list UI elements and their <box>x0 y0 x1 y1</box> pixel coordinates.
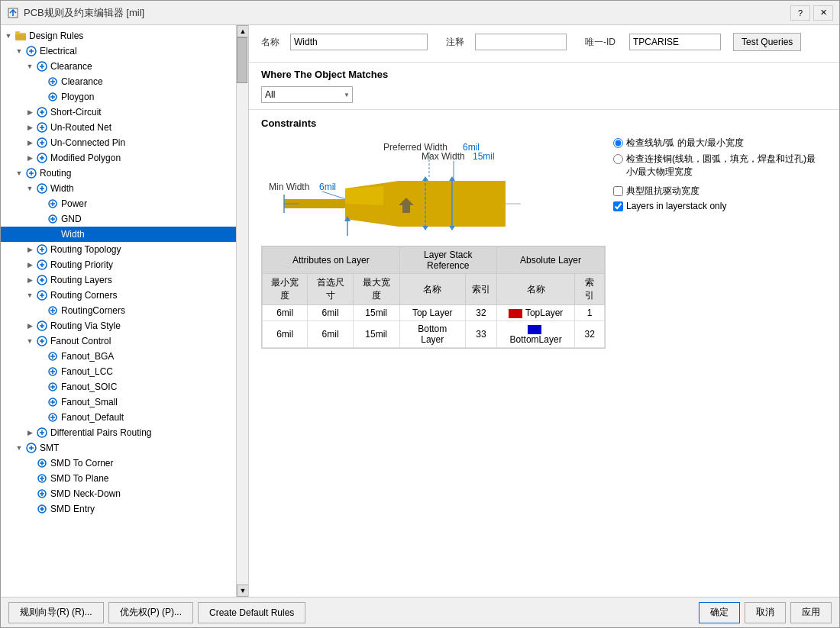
expand-btn-design-rules[interactable]: ▼ <box>4 31 13 40</box>
expand-btn-smt[interactable]: ▼ <box>15 443 24 452</box>
where-dropdown-wrapper[interactable]: All Net Net Class Layer <box>261 86 353 103</box>
expand-btn-clearance-item <box>36 77 45 86</box>
tree-item-routing[interactable]: ▼Routing <box>1 166 236 181</box>
expand-btn-routing-corners[interactable]: ▼ <box>25 291 34 300</box>
tree-item-design-rules[interactable]: ▼Design Rules <box>1 28 236 43</box>
tree-label-smd-entry: SMD Entry <box>50 504 95 514</box>
tree-item-routing-layers[interactable]: ▶Routing Layers <box>1 272 236 288</box>
tree-item-smt[interactable]: ▼SMT <box>1 440 236 456</box>
radio-label-2: 检查连接铜(线轨，圆弧，填充，焊盘和过孔)最小/最大物理宽度 <box>626 153 827 179</box>
checkbox-impedance-input[interactable] <box>613 186 623 196</box>
tree-item-smd-corner[interactable]: SMD To Corner <box>1 456 236 471</box>
tree-item-power[interactable]: Power <box>1 196 236 211</box>
tree-item-routing-priority[interactable]: ▶Routing Priority <box>1 257 236 272</box>
expand-btn-routing-via-style[interactable]: ▶ <box>25 321 34 330</box>
tree-item-un-routed-net[interactable]: ▶Un-Routed Net <box>1 120 236 135</box>
tree-label-smd-corner: SMD To Corner <box>50 458 113 469</box>
expand-btn-un-routed-net[interactable]: ▶ <box>25 123 34 132</box>
tree-item-smd-entry[interactable]: SMD Entry <box>1 501 236 517</box>
rule-wizard-button[interactable]: 规则向导(R) (R)... <box>8 602 104 623</box>
tree-icon-fanout-soic <box>47 381 59 393</box>
tree-item-fanout-bga[interactable]: Fanout_BGA <box>1 349 236 364</box>
expand-btn-routing-topology[interactable]: ▶ <box>25 245 34 254</box>
table-row-1[interactable]: 6mil6mil15milBottom Layer33BottomLayer32 <box>263 321 605 348</box>
radio-option-2[interactable]: 检查连接铜(线轨，圆弧，填充，焊盘和过孔)最小/最大物理宽度 <box>613 153 827 179</box>
col-header-1: 首选尺寸 <box>308 274 353 305</box>
svg-rect-3 <box>15 34 26 40</box>
expand-btn-routing-layers[interactable]: ▶ <box>25 275 34 285</box>
tree-item-width-group[interactable]: ▼Width <box>1 181 236 196</box>
name-input[interactable] <box>290 34 428 50</box>
svg-text:15mil: 15mil <box>473 151 495 162</box>
checkbox-layerstack-input[interactable] <box>613 201 623 211</box>
expand-btn-clearance-group[interactable]: ▼ <box>25 62 34 71</box>
close-button[interactable]: ✕ <box>813 5 833 21</box>
tree-icon-routing-priority <box>36 259 48 271</box>
tree-item-electrical[interactable]: ▼Electrical <box>1 43 236 59</box>
expand-btn-routing-priority[interactable]: ▶ <box>25 260 34 269</box>
table-cell-0-1: 6mil <box>308 305 353 321</box>
expand-btn-fanout-control[interactable]: ▼ <box>25 337 34 346</box>
tree-item-routing-corners-item[interactable]: RoutingCorners <box>1 303 236 318</box>
tree-item-fanout-control[interactable]: ▼Fanout Control <box>1 333 236 349</box>
tree-item-routing-corners[interactable]: ▼Routing Corners <box>1 288 236 303</box>
expand-btn-un-connected-pin[interactable]: ▶ <box>25 138 34 147</box>
id-input[interactable] <box>629 34 721 50</box>
test-queries-button[interactable]: Test Queries <box>733 33 801 51</box>
tree-item-gnd[interactable]: GND <box>1 211 236 227</box>
vertical-scrollbar[interactable]: ▲ ▼ <box>236 25 248 597</box>
scroll-thumb[interactable] <box>237 37 247 83</box>
radio-input-1[interactable] <box>613 138 623 148</box>
help-button[interactable]: ? <box>790 5 810 21</box>
comment-label: 注释 <box>446 36 469 49</box>
tree-label-clearance-item: Clearance <box>61 76 103 87</box>
tree-item-diff-pairs[interactable]: ▶Differential Pairs Routing <box>1 425 236 440</box>
tree-item-un-connected-pin[interactable]: ▶Un-Connected Pin <box>1 135 236 150</box>
priority-button[interactable]: 优先权(P) (P)... <box>108 602 193 623</box>
tree-icon-clearance-group <box>36 60 48 72</box>
expand-btn-diff-pairs[interactable]: ▶ <box>25 428 34 437</box>
comment-input[interactable] <box>475 34 567 50</box>
svg-marker-123 <box>422 226 428 230</box>
expand-btn-width-group[interactable]: ▼ <box>25 184 34 193</box>
checkbox-layerstack[interactable]: Layers in layerstack only <box>613 201 827 211</box>
radio-option-1[interactable]: 检查线轨/弧 的最大/最小宽度 <box>613 137 827 150</box>
tree-item-fanout-default[interactable]: Fanout_Default <box>1 410 236 425</box>
tree-icon-un-connected-pin <box>36 137 48 149</box>
expand-btn-modified-polygon[interactable]: ▶ <box>25 153 34 163</box>
scroll-up-button[interactable]: ▲ <box>237 25 248 37</box>
where-dropdown[interactable]: All Net Net Class Layer <box>261 86 353 103</box>
tree-icon-routing-layers <box>36 274 48 286</box>
tree-item-width-item[interactable]: Width <box>1 227 236 242</box>
create-default-rules-button[interactable]: Create Default Rules <box>198 602 305 623</box>
tree-item-routing-via-style[interactable]: ▶Routing Via Style <box>1 318 236 333</box>
cancel-button[interactable]: 取消 <box>745 602 786 623</box>
scroll-track[interactable] <box>237 37 248 585</box>
tree-item-modified-polygon[interactable]: ▶Modified Polygon <box>1 150 236 166</box>
table-row-0[interactable]: 6mil6mil15milTop Layer32TopLayer1 <box>263 305 605 321</box>
tree-icon-clearance-item <box>47 76 59 88</box>
tree-label-smd-neck: SMD Neck-Down <box>50 488 121 499</box>
expand-btn-electrical[interactable]: ▼ <box>15 47 24 56</box>
tree-item-polygon[interactable]: Ploygon <box>1 89 236 105</box>
tree-item-fanout-small[interactable]: Fanout_Small <box>1 395 236 410</box>
col-header-5: 名称 <box>496 274 574 305</box>
titlebar: PCB规则及约束编辑器 [mil] ? ✕ <box>1 1 839 25</box>
tree-item-smd-plane[interactable]: SMD To Plane <box>1 471 236 486</box>
constraints-options: 检查线轨/弧 的最大/最小宽度 检查连接铜(线轨，圆弧，填充，焊盘和过孔)最小/… <box>613 137 827 349</box>
radio-input-2[interactable] <box>613 154 623 164</box>
tree-item-fanout-lcc[interactable]: Fanout_LCC <box>1 364 236 379</box>
expand-btn-short-circuit[interactable]: ▶ <box>25 108 34 117</box>
tree-item-fanout-soic[interactable]: Fanout_SOIC <box>1 379 236 395</box>
tree-item-clearance-group[interactable]: ▼Clearance <box>1 59 236 74</box>
tree-item-short-circuit[interactable]: ▶Short-Circuit <box>1 105 236 120</box>
ok-button[interactable]: 确定 <box>699 602 740 623</box>
tree-item-smd-neck[interactable]: SMD Neck-Down <box>1 486 236 501</box>
apply-button[interactable]: 应用 <box>790 602 832 623</box>
scroll-down-button[interactable]: ▼ <box>237 585 248 597</box>
checkbox-impedance[interactable]: 典型阻抗驱动宽度 <box>613 185 827 198</box>
expand-btn-routing[interactable]: ▼ <box>15 169 24 178</box>
tree-icon-short-circuit <box>36 106 48 118</box>
tree-item-clearance-item[interactable]: Clearance <box>1 74 236 89</box>
tree-item-routing-topology[interactable]: ▶Routing Topology <box>1 242 236 257</box>
